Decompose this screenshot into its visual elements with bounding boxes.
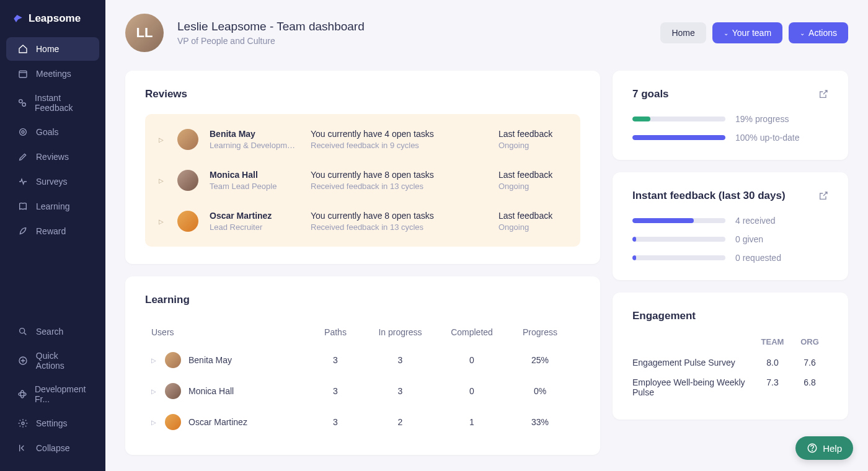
- survey-name: Engagement Pulse Survey: [632, 358, 754, 368]
- svg-point-1: [19, 100, 22, 103]
- user-name: Monica Hall: [188, 386, 234, 396]
- progress-bar-row: 19% progress: [632, 114, 828, 124]
- expand-icon[interactable]: ▷: [151, 419, 157, 426]
- edit-icon: [17, 151, 29, 162]
- table-row[interactable]: ▷Benita May 3 3 0 25%: [145, 345, 580, 376]
- table-row[interactable]: ▷Monica Hall 3 3 0 0%: [145, 376, 580, 407]
- nav-label: Meetings: [36, 69, 71, 79]
- nav-home[interactable]: Home: [6, 37, 99, 61]
- expand-icon[interactable]: ▷: [151, 357, 157, 364]
- review-row[interactable]: ▷ Oscar MartinezLead Recruiter You curre…: [145, 201, 580, 242]
- home-button[interactable]: Home: [660, 22, 706, 43]
- goals-title: 7 goals: [632, 88, 669, 100]
- table-row[interactable]: ▷Oscar Martinez 3 2 1 33%: [145, 407, 580, 438]
- side-column: 7 goals 19% progress 100% up-to-date Ins…: [613, 71, 848, 455]
- user-avatar[interactable]: LL: [125, 14, 164, 52]
- person-role: Learning & Developmen...: [210, 141, 299, 150]
- col-completed: Completed: [438, 327, 506, 337]
- your-team-button[interactable]: ⌄Your team: [712, 22, 782, 43]
- main-column: Reviews ▷ Benita MayLearning & Developme…: [125, 71, 600, 455]
- nav-collapse[interactable]: Collapse: [6, 436, 99, 460]
- card-header: Instant feedback (last 30 days): [632, 190, 828, 202]
- bar-fill: [632, 218, 694, 223]
- sidebar: Leapsome Home Meetings Instant Feedback …: [0, 0, 105, 471]
- nav-label: Quick Actions: [36, 351, 88, 371]
- brand-name: Leapsome: [29, 12, 81, 25]
- feedback-cycles: Received feedback in 9 cycles: [311, 141, 487, 150]
- expand-icon[interactable]: ▷: [159, 218, 166, 225]
- nav-label: Development Fr...: [35, 384, 88, 404]
- nav-surveys[interactable]: Surveys: [6, 170, 99, 193]
- main-content: LL Leslie Leapsome - Team dashboard VP o…: [105, 0, 868, 471]
- reviews-title: Reviews: [145, 88, 580, 100]
- engagement-row[interactable]: Employee Well-being Weekly Pulse 7.3 6.8: [632, 372, 828, 402]
- review-row[interactable]: ▷ Monica HallTeam Lead People You curren…: [145, 160, 580, 201]
- cell-completed: 1: [438, 417, 506, 427]
- progress-bar-row: 100% up-to-date: [632, 133, 828, 143]
- engagement-row[interactable]: Engagement Pulse Survey 8.0 7.6: [632, 353, 828, 372]
- learning-card: Learning Users Paths In progress Complet…: [125, 276, 600, 455]
- svg-point-5: [20, 328, 25, 333]
- page-title: Leslie Leapsome - Team dashboard: [177, 20, 365, 33]
- svg-point-7: [19, 392, 26, 395]
- external-link-icon[interactable]: [818, 191, 828, 201]
- fb-label: Last feedback: [498, 129, 567, 139]
- expand-icon[interactable]: ▷: [151, 388, 157, 395]
- nav-meetings[interactable]: Meetings: [6, 62, 99, 86]
- button-label: Your team: [732, 28, 771, 38]
- reviews-card: Reviews ▷ Benita MayLearning & Developme…: [125, 71, 600, 264]
- expand-icon[interactable]: ▷: [159, 136, 166, 143]
- calendar-icon: [17, 68, 29, 79]
- fb-value: Ongoing: [498, 222, 567, 232]
- bar-label: 0 given: [735, 234, 763, 244]
- nav-quick-actions[interactable]: Quick Actions: [6, 345, 99, 377]
- col-progress: Progress: [506, 327, 574, 337]
- team-score: 7.3: [754, 377, 791, 397]
- nav-label: Home: [36, 44, 59, 54]
- nav-instant-feedback[interactable]: Instant Feedback: [6, 87, 99, 119]
- review-row[interactable]: ▷ Benita MayLearning & Developmen... You…: [145, 119, 580, 160]
- bar-track: [632, 117, 725, 121]
- nav-label: Learning: [36, 201, 70, 211]
- atom-icon: [17, 389, 27, 400]
- rocket-icon: [17, 226, 29, 237]
- nav-goals[interactable]: Goals: [6, 120, 99, 144]
- reviews-list: ▷ Benita MayLearning & Developmen... You…: [145, 114, 580, 247]
- nav-label: Search: [36, 327, 63, 337]
- search-icon: [17, 326, 29, 337]
- feedback-status: Last feedbackOngoing: [498, 211, 567, 232]
- header-buttons: Home ⌄Your team ⌄Actions: [660, 22, 848, 43]
- nav-reward[interactable]: Reward: [6, 219, 99, 243]
- external-link-icon[interactable]: [818, 89, 828, 99]
- nav-settings[interactable]: Settings: [6, 412, 99, 435]
- table-header: Users Paths In progress Completed Progre…: [145, 320, 580, 345]
- feedback-cycles: Received feedback in 13 cycles: [311, 182, 487, 191]
- col-in-progress: In progress: [363, 327, 438, 337]
- actions-button[interactable]: ⌄Actions: [789, 22, 848, 43]
- nav-development[interactable]: Development Fr...: [6, 378, 99, 410]
- bar-label: 19% progress: [735, 114, 789, 124]
- nav-label: Instant Feedback: [35, 93, 88, 113]
- progress-bar-row: 0 given: [632, 234, 828, 244]
- nav-label: Collapse: [36, 443, 69, 453]
- button-label: Home: [671, 28, 694, 38]
- help-button[interactable]: Help: [795, 436, 853, 460]
- avatar: [165, 383, 181, 399]
- instant-feedback-card: Instant feedback (last 30 days) 4 receiv…: [613, 172, 848, 280]
- user-cell: ▷Benita May: [151, 352, 308, 368]
- svg-rect-0: [19, 71, 27, 77]
- nav-search[interactable]: Search: [6, 320, 99, 343]
- gear-icon: [17, 418, 29, 429]
- bar-label: 100% up-to-date: [735, 133, 800, 143]
- nav-reviews[interactable]: Reviews: [6, 145, 99, 169]
- nav-learning[interactable]: Learning: [6, 195, 99, 218]
- svg-point-8: [20, 390, 24, 398]
- bar-fill: [632, 255, 636, 260]
- nav-primary: Home Meetings Instant Feedback Goals Rev…: [0, 37, 105, 320]
- task-info: You currently have 8 open tasksReceived …: [311, 211, 487, 232]
- cell-progress: 25%: [506, 355, 574, 365]
- person-role: Lead Recruiter: [210, 222, 299, 232]
- brand-logo[interactable]: Leapsome: [0, 10, 105, 37]
- task-info: You currently have 8 open tasksReceived …: [311, 170, 487, 191]
- expand-icon[interactable]: ▷: [159, 177, 166, 184]
